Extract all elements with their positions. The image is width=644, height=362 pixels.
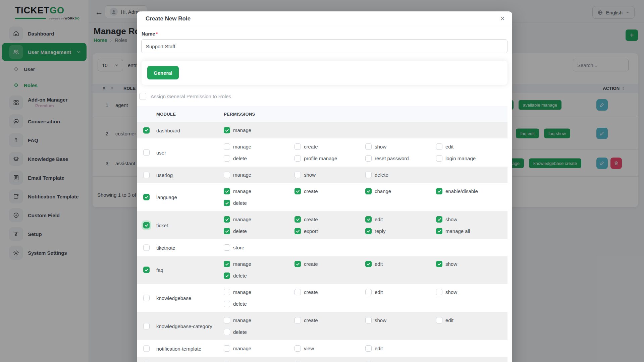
permission-show[interactable]: show: [365, 143, 436, 150]
module-cell[interactable]: ticket: [143, 222, 168, 229]
module-cell[interactable]: language: [143, 194, 177, 200]
permission-edit[interactable]: edit: [365, 216, 436, 223]
permission-login-manage[interactable]: login manage: [436, 155, 507, 162]
assign-general-checkbox[interactable]: [139, 93, 146, 100]
permission-manage[interactable]: manage: [224, 171, 294, 179]
permission-checkbox[interactable]: [365, 155, 372, 162]
permission-delete[interactable]: delete: [224, 155, 294, 162]
permission-create[interactable]: create: [294, 216, 365, 223]
permission-delete[interactable]: delete: [224, 199, 294, 207]
permission-checkbox[interactable]: [224, 228, 230, 234]
permission-edit[interactable]: edit: [365, 260, 436, 268]
permission-create[interactable]: create: [294, 143, 365, 150]
permission-delete[interactable]: delete: [224, 227, 294, 235]
module-cell[interactable]: faq: [143, 267, 163, 273]
permission-edit[interactable]: edit: [436, 316, 507, 324]
module-cell[interactable]: notification-template: [143, 345, 201, 352]
permission-manage[interactable]: manage: [224, 126, 294, 134]
module-checkbox[interactable]: [143, 323, 150, 329]
permission-enable-disable[interactable]: enable/disable: [436, 187, 507, 195]
permission-create[interactable]: create: [294, 316, 365, 324]
permission-show[interactable]: show: [436, 260, 507, 268]
permission-checkbox[interactable]: [365, 345, 372, 352]
module-cell[interactable]: userlog: [143, 172, 173, 178]
permission-checkbox[interactable]: [294, 228, 301, 234]
permission-checkbox[interactable]: [224, 261, 230, 267]
permission-checkbox[interactable]: [294, 317, 301, 323]
permission-manage[interactable]: manage: [224, 143, 294, 150]
permission-checkbox[interactable]: [436, 143, 442, 150]
permission-delete[interactable]: delete: [224, 272, 294, 280]
permission-checkbox[interactable]: [436, 317, 442, 323]
permission-checkbox[interactable]: [436, 155, 442, 162]
module-checkbox[interactable]: [143, 127, 150, 133]
permission-checkbox[interactable]: [436, 228, 442, 234]
permission-checkbox[interactable]: [294, 172, 301, 178]
permission-reset-password[interactable]: reset password: [365, 155, 436, 162]
module-cell[interactable]: dashboard: [143, 127, 180, 133]
permission-manage[interactable]: manage: [224, 216, 294, 223]
permission-checkbox[interactable]: [365, 261, 372, 267]
permission-checkbox[interactable]: [365, 216, 372, 223]
module-checkbox[interactable]: [143, 149, 150, 156]
permission-checkbox[interactable]: [224, 345, 230, 352]
permission-edit[interactable]: edit: [436, 143, 507, 150]
module-cell[interactable]: tiketnote: [143, 244, 175, 251]
permission-checkbox[interactable]: [294, 216, 301, 223]
permission-create[interactable]: create: [294, 288, 365, 296]
permission-show[interactable]: show: [436, 216, 507, 223]
permission-checkbox[interactable]: [224, 317, 230, 323]
permission-checkbox[interactable]: [365, 143, 372, 150]
permission-checkbox[interactable]: [294, 345, 301, 352]
permission-edit[interactable]: edit: [365, 288, 436, 296]
permission-view[interactable]: view: [294, 345, 365, 352]
module-cell[interactable]: knowledgebase-category: [143, 323, 212, 329]
permission-checkbox[interactable]: [224, 329, 230, 335]
module-checkbox[interactable]: [143, 222, 150, 229]
permission-reply[interactable]: reply: [365, 227, 436, 235]
permission-delete[interactable]: delete: [224, 300, 294, 308]
permission-store[interactable]: store: [224, 244, 294, 251]
permission-delete[interactable]: delete: [224, 328, 294, 336]
permission-checkbox[interactable]: [436, 216, 442, 223]
permission-manage[interactable]: manage: [224, 187, 294, 195]
tab-general[interactable]: General: [147, 66, 179, 79]
permission-delete[interactable]: delete: [365, 171, 436, 179]
permission-checkbox[interactable]: [224, 188, 230, 194]
permission-checkbox[interactable]: [224, 143, 230, 150]
permission-checkbox[interactable]: [436, 261, 442, 267]
permission-checkbox[interactable]: [224, 127, 230, 133]
permission-checkbox[interactable]: [224, 301, 230, 307]
permission-show[interactable]: show: [294, 171, 365, 179]
module-checkbox[interactable]: [143, 194, 150, 200]
permission-change[interactable]: change: [365, 187, 436, 195]
module-checkbox[interactable]: [143, 345, 150, 352]
permission-checkbox[interactable]: [365, 289, 372, 295]
permission-manage[interactable]: manage: [224, 260, 294, 268]
role-name-input[interactable]: [141, 39, 507, 53]
permission-manage[interactable]: manage: [224, 288, 294, 296]
permission-checkbox[interactable]: [224, 244, 230, 251]
close-icon[interactable]: ✕: [500, 15, 505, 22]
permission-profile-manage[interactable]: profile manage: [294, 155, 365, 162]
module-checkbox[interactable]: [143, 172, 150, 178]
permission-manage-all[interactable]: manage all: [436, 227, 507, 235]
module-cell[interactable]: user: [143, 149, 166, 156]
assign-general-permission-row[interactable]: Assign General Permission to Roles: [139, 93, 512, 100]
permission-edit[interactable]: edit: [365, 345, 436, 352]
permission-checkbox[interactable]: [224, 289, 230, 295]
permission-checkbox[interactable]: [365, 188, 372, 194]
permission-checkbox[interactable]: [224, 273, 230, 279]
permission-checkbox[interactable]: [224, 216, 230, 223]
permission-checkbox[interactable]: [365, 172, 372, 178]
permission-checkbox[interactable]: [294, 188, 301, 194]
permission-checkbox[interactable]: [294, 143, 301, 150]
permission-checkbox[interactable]: [294, 289, 301, 295]
permission-checkbox[interactable]: [365, 317, 372, 323]
permission-checkbox[interactable]: [224, 200, 230, 206]
permission-checkbox[interactable]: [294, 155, 301, 162]
permission-checkbox[interactable]: [294, 261, 301, 267]
permission-manage[interactable]: manage: [224, 316, 294, 324]
permission-create[interactable]: create: [294, 260, 365, 268]
permission-checkbox[interactable]: [365, 228, 372, 234]
